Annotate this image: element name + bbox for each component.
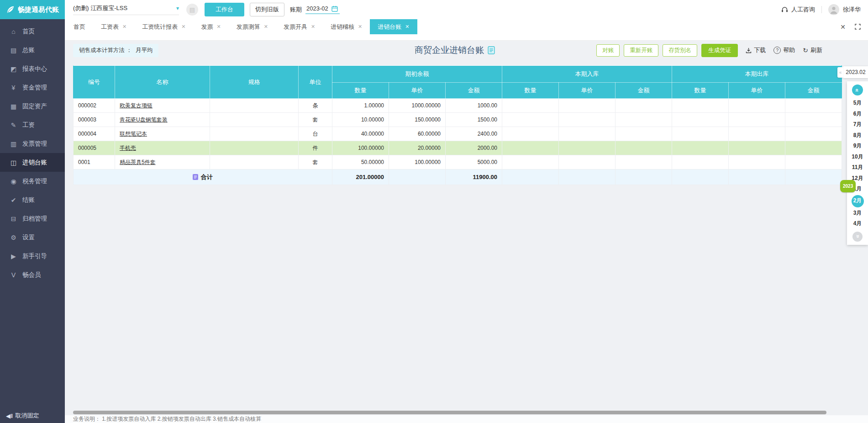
- switch-old-version-button[interactable]: 切到旧版: [250, 3, 284, 16]
- close-tab-icon[interactable]: ✕: [216, 24, 221, 30]
- download-button[interactable]: 下载: [746, 46, 766, 54]
- sidebar-item-label: 工资: [22, 121, 35, 129]
- cell-value: 60.00000: [389, 127, 446, 141]
- cell-value: [502, 113, 559, 127]
- account-selector[interactable]: (勿删) 江西服宝-LSS ▾: [73, 4, 179, 15]
- cell-code: 000002: [74, 99, 115, 113]
- table-row[interactable]: 000004联想笔记本台40.0000060.000002400.00: [74, 127, 842, 141]
- scroll-months-down-button[interactable]: «: [852, 232, 863, 242]
- tab-inout-audit[interactable]: 进销稽核✕: [323, 19, 370, 34]
- sidebar-item-tax[interactable]: ◉税务管理: [0, 172, 65, 190]
- cell-value: [672, 113, 729, 127]
- month-item-1月[interactable]: 20231月: [847, 184, 868, 195]
- table-row[interactable]: 0001精品茶具5件套套50.00000100.000005000.00: [74, 155, 842, 169]
- sidebar-item-archive[interactable]: ⊟归档管理: [0, 209, 65, 228]
- item-name-link[interactable]: 精品茶具5件套: [120, 159, 156, 165]
- cell-value: 1000.00000: [389, 99, 446, 113]
- sub-header: 数量: [332, 83, 389, 99]
- sidebar-item-report-center[interactable]: ◩报表中心: [0, 59, 65, 78]
- month-item-3月[interactable]: 3月: [847, 208, 868, 219]
- unpin-sidebar-button[interactable]: ◀‖ 取消固定: [6, 412, 39, 420]
- ledger-table-wrap: 编号名称规格单位期初余额本期入库本期出库数量单价金额数量单价金额数量单价金额 0…: [73, 65, 842, 185]
- month-item-5月[interactable]: 5月: [847, 98, 868, 109]
- sidebar-item-purchase-sale-ledger[interactable]: ◫进销台账: [0, 153, 65, 172]
- help-icon: ?: [773, 47, 781, 54]
- table-row[interactable]: 000002欧美复古项链条1.000001000.000001000.00: [74, 99, 842, 113]
- col-header: 名称: [115, 66, 210, 99]
- close-tab-icon[interactable]: ✕: [358, 24, 362, 30]
- cell-value: [729, 155, 785, 169]
- month-item-7月[interactable]: 7月: [847, 119, 868, 130]
- sidebar-item-general-ledger[interactable]: ▤总账: [0, 41, 65, 59]
- tab-payroll-sheet[interactable]: 工资表✕: [93, 19, 134, 34]
- generate-voucher-button[interactable]: 生成凭证: [701, 44, 738, 57]
- close-tab-icon[interactable]: ✕: [181, 24, 185, 30]
- month-item-9月[interactable]: 9月: [847, 141, 868, 152]
- tab-invoice-calc[interactable]: 发票测算✕: [229, 19, 276, 34]
- unpin-label: 取消固定: [15, 412, 39, 420]
- reconcile-button[interactable]: 对账: [596, 44, 620, 57]
- tab-payroll-report[interactable]: 工资统计报表✕: [134, 19, 193, 34]
- sidebar-item-label: 畅会员: [22, 271, 41, 279]
- download-icon: [746, 48, 752, 53]
- scroll-months-up-button[interactable]: «: [852, 85, 863, 95]
- close-tab-icon[interactable]: ✕: [122, 24, 126, 30]
- clipboard-icon[interactable]: ▤: [186, 4, 198, 16]
- close-tab-icon[interactable]: ✕: [264, 24, 268, 30]
- sidebar-item-invoice[interactable]: ▥发票管理: [0, 134, 65, 153]
- sidebar: ⌂首页▤总账◩报表中心¥资金管理▦固定资产✎工资▥发票管理◫进销台账◉税务管理✔…: [0, 19, 65, 423]
- user-menu[interactable]: 徐泽华: [828, 4, 861, 15]
- support-button[interactable]: 人工咨询: [781, 5, 815, 14]
- cell-value: 50.00000: [332, 155, 389, 169]
- reopen-button[interactable]: 重新开账: [624, 44, 658, 57]
- month-item-6月[interactable]: 6月: [847, 109, 868, 120]
- sidebar-item-funds[interactable]: ¥资金管理: [0, 78, 65, 97]
- sidebar-item-closing[interactable]: ✔结账: [0, 190, 65, 209]
- horizontal-scrollbar[interactable]: [73, 411, 826, 414]
- sidebar-item-label: 设置: [22, 233, 35, 242]
- sidebar-item-home[interactable]: ⌂首页: [0, 22, 65, 41]
- refresh-button[interactable]: ↻ 刷新: [803, 46, 822, 54]
- close-tabs-icon[interactable]: ✕: [840, 23, 846, 31]
- tab-invoice[interactable]: 发票✕: [193, 19, 228, 34]
- collapse-month-panel-handle[interactable]: «: [837, 67, 843, 78]
- tab-home[interactable]: 首页: [66, 19, 93, 34]
- sidebar-item-fixed-assets[interactable]: ▦固定资产: [0, 97, 65, 116]
- month-item-2月[interactable]: 2月: [847, 195, 868, 208]
- cell-code: 0001: [74, 155, 115, 169]
- help-button[interactable]: ? 帮助: [773, 46, 795, 54]
- logo-icon: [6, 5, 15, 14]
- app-window: 畅捷通易代账 (勿删) 江西服宝-LSS ▾ ▤ 工作台 切到旧版 账期 202…: [0, 0, 868, 423]
- cell-value: [502, 155, 559, 169]
- table-row[interactable]: 000003青花瓷U盘钢笔套装套10.00000150.000001500.00: [74, 113, 842, 127]
- month-item-10月[interactable]: 10月: [847, 152, 868, 163]
- tab-inout-ledger[interactable]: 进销台账✕: [370, 19, 417, 34]
- item-name-link[interactable]: 青花瓷U盘钢笔套装: [120, 116, 168, 123]
- sidebar-item-label: 归档管理: [22, 215, 47, 223]
- refresh-icon: ↻: [803, 47, 808, 54]
- table-row[interactable]: 000005手机壳件100.0000020.000002000.00: [74, 141, 842, 155]
- item-name-link[interactable]: 手机壳: [120, 145, 136, 151]
- month-item-4月[interactable]: 4月: [847, 218, 868, 229]
- table-header: 编号名称规格单位期初余额本期入库本期出库数量单价金额数量单价金额数量单价金额: [74, 66, 842, 99]
- item-name-link[interactable]: 联想笔记本: [120, 131, 147, 137]
- cell-value: [559, 127, 615, 141]
- document-icon[interactable]: [488, 46, 495, 54]
- workbench-button[interactable]: 工作台: [205, 3, 244, 16]
- close-tab-icon[interactable]: ✕: [405, 24, 409, 30]
- sidebar-item-payroll[interactable]: ✎工资: [0, 116, 65, 134]
- close-tab-icon[interactable]: ✕: [311, 24, 315, 30]
- stock-alias-button[interactable]: 存货别名: [663, 44, 697, 57]
- fullscreen-icon[interactable]: [855, 24, 861, 30]
- sidebar-item-guide[interactable]: ▶新手引导: [0, 247, 65, 265]
- calendar-icon: [331, 5, 338, 12]
- month-item-11月[interactable]: 11月: [847, 162, 868, 173]
- sidebar-item-member[interactable]: Ⅴ畅会员: [0, 265, 65, 284]
- chevron-down-icon: ▾: [176, 5, 179, 11]
- item-name-link[interactable]: 欧美复古项链: [120, 102, 153, 109]
- month-item-8月[interactable]: 8月: [847, 130, 868, 141]
- tab-invoice-issue[interactable]: 发票开具✕: [276, 19, 323, 34]
- total-label-text: 合计: [201, 173, 213, 181]
- sidebar-item-settings[interactable]: ⚙设置: [0, 228, 65, 247]
- period-picker[interactable]: 2023-02: [305, 5, 340, 14]
